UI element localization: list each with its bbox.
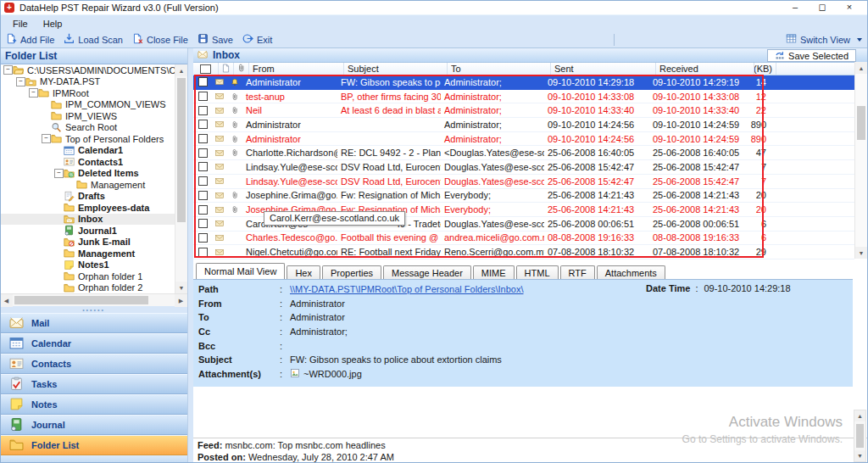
scrollbar-thumb[interactable] (857, 106, 865, 140)
mail-row[interactable]: Nigel.Chetcuti@go.com.mtRE: Football nex… (193, 245, 854, 259)
minimize-button[interactable]: – (782, 2, 809, 13)
tree-item-drafts[interactable]: Drafts (0, 191, 187, 203)
mail-list-vertical-scrollbar[interactable]: ▲ ▼ (854, 62, 867, 259)
row-checkbox[interactable] (193, 175, 212, 188)
tab-html[interactable]: HTML (516, 265, 559, 279)
row-checkbox[interactable] (193, 146, 212, 159)
column-header-sent[interactable]: Sent (551, 63, 656, 75)
mail-row[interactable]: Josephine.Grima@go.com.mtFw: Resignation… (193, 189, 854, 204)
switch-view-button[interactable]: Switch View (782, 32, 868, 47)
body-vertical-scrollbar[interactable]: ▲ ▼ (854, 410, 866, 462)
mail-row[interactable]: Lindsay.Yule@ese-scotland.c...DSV Road L… (193, 160, 854, 175)
tree-item-search-root[interactable]: Search Root (0, 122, 187, 134)
tree-collapse-icon[interactable] (16, 77, 25, 86)
mail-row[interactable]: Charles.Tedesco@go.com.mtFootball this e… (193, 232, 854, 246)
mail-row[interactable]: test-anupBP, other firms facing 300 la..… (193, 90, 854, 104)
mail-row[interactable]: AdministratorAdministrator;09-10-2010 14… (193, 118, 854, 132)
column-header-subject[interactable]: Subject (344, 63, 448, 75)
mail-row[interactable]: AdministratorFW: Gibson speaks to police… (193, 75, 854, 90)
maximize-button[interactable]: ◻ (809, 2, 836, 13)
scroll-up-icon[interactable]: ▲ (854, 410, 865, 421)
tab-rtf[interactable]: RTF (560, 265, 595, 279)
scroll-down-icon[interactable]: ▼ (855, 247, 867, 259)
tree-item-c-users-admin-documents-outlook-f[interactable]: C:\USERS\ADMIN\DOCUMENTS\OUTLOOK F (0, 64, 187, 76)
tree-item-ipm-views[interactable]: IPM_VIEWS (0, 110, 187, 122)
tree-item-top-of-personal-folders[interactable]: Top of Personal Folders (0, 133, 187, 145)
row-checkbox[interactable] (193, 103, 212, 117)
tab-mime[interactable]: MIME (473, 265, 515, 279)
menu-help[interactable]: Help (36, 17, 70, 31)
mail-row[interactable]: NeilAt least 6 dead in blast at Ch...Adm… (193, 103, 854, 118)
scrollbar-thumb[interactable] (177, 78, 186, 222)
nav-item-calendar[interactable]: Calendar (0, 333, 187, 354)
scroll-down-icon[interactable]: ▼ (175, 282, 187, 293)
row-checkbox[interactable] (193, 203, 212, 216)
tree-item-orphan-folder-2[interactable]: Orphan folder 2 (0, 282, 187, 294)
nav-item-contacts[interactable]: Contacts (0, 354, 187, 374)
tree-item-journal1[interactable]: Journal1 (0, 225, 187, 237)
column-header-to[interactable]: To (448, 63, 551, 75)
scroll-left-icon[interactable]: ◀ (0, 294, 13, 307)
save-button[interactable]: Save (194, 32, 239, 47)
close-file-button[interactable]: Close File (129, 32, 194, 47)
scroll-right-icon[interactable]: ▶ (175, 294, 187, 307)
tab-normal-mail-view[interactable]: Normal Mail View (196, 263, 285, 279)
row-checkbox[interactable] (193, 90, 212, 103)
select-all-checkbox[interactable] (193, 63, 219, 75)
row-checkbox[interactable] (193, 75, 212, 89)
row-checkbox[interactable] (193, 132, 212, 146)
message-type-column-header[interactable] (219, 63, 234, 75)
tab-message-header[interactable]: Message Header (383, 265, 471, 279)
row-checkbox[interactable] (193, 217, 212, 231)
tree-collapse-icon[interactable] (42, 134, 51, 143)
row-checkbox[interactable] (193, 118, 212, 131)
scrollbar-thumb[interactable] (14, 296, 148, 304)
close-button[interactable]: × (836, 2, 863, 13)
tree-item-deleted-items[interactable]: Deleted Items (0, 168, 187, 180)
save-selected-button[interactable]: Save Selected (767, 49, 856, 62)
tree-item-orphan-folder-1[interactable]: Orphan folder 1 (0, 271, 187, 282)
tree-collapse-icon[interactable] (29, 88, 38, 98)
tree-item-ipmroot[interactable]: IPMRoot (0, 87, 187, 99)
attachment-column-header[interactable] (234, 63, 249, 75)
tree-collapse-icon[interactable] (54, 169, 64, 178)
tree-item-ipm-common-views[interactable]: IPM_COMMON_VIEWS (0, 99, 187, 111)
tree-item-notes1[interactable]: Notes1 (0, 259, 187, 271)
row-checkbox[interactable] (193, 232, 212, 245)
nav-item-folder-list[interactable]: Folder List (0, 435, 187, 455)
tree-item-inbox[interactable]: Inbox (0, 214, 187, 226)
row-checkbox[interactable] (193, 245, 212, 259)
tree-item-junk-e-mail[interactable]: Junk E-mail (0, 237, 187, 248)
mail-row[interactable]: AdministratorAdministrator;09-10-2010 14… (193, 132, 854, 147)
column-header-from[interactable]: From (249, 63, 344, 75)
menu-file[interactable]: File (5, 17, 36, 31)
add-file-button[interactable]: Add File (3, 32, 60, 47)
scroll-down-icon[interactable]: ▼ (854, 450, 865, 461)
nav-item-notes[interactable]: Notes (0, 394, 187, 415)
tree-collapse-icon[interactable] (3, 65, 13, 75)
tree-item-management[interactable]: Management (0, 248, 187, 259)
scroll-up-icon[interactable]: ▲ (175, 64, 187, 76)
tab-properties[interactable]: Properties (322, 265, 381, 279)
tab-attachments[interactable]: Attachments (597, 265, 665, 279)
scrollbar-thumb[interactable] (856, 424, 864, 448)
tree-item-my-data-pst[interactable]: MY-DATA.PST (0, 76, 187, 88)
tree-item-management[interactable]: Management (0, 179, 187, 191)
row-checkbox[interactable] (193, 160, 212, 174)
tree-item-employees-data[interactable]: Employees-data (0, 202, 187, 214)
nav-item-tasks[interactable]: Tasks (0, 374, 187, 394)
tree-item-contacts1[interactable]: Contacts1 (0, 156, 187, 168)
tree-item-calendar1[interactable]: Calendar1 (0, 145, 187, 157)
path-link[interactable]: \\MY-DATA.PST\IPMRoot\Top of Personal Fo… (290, 284, 524, 294)
nav-item-journal[interactable]: Journal (0, 415, 187, 435)
load-scan-button[interactable]: Load Scan (60, 32, 129, 47)
folder-tree-horizontal-scrollbar[interactable]: ◀ ▶ (0, 293, 187, 306)
mail-row[interactable]: Charlotte.Richardson@dexio...RE: DCL 949… (193, 146, 854, 160)
row-checkbox[interactable] (193, 189, 212, 203)
column-header-received[interactable]: Received (656, 63, 754, 75)
nav-item-mail[interactable]: Mail (0, 313, 187, 333)
scroll-up-icon[interactable]: ▲ (855, 62, 867, 74)
exit-button[interactable]: Exit (239, 32, 278, 47)
tab-hex[interactable]: Hex (287, 265, 320, 279)
column-header-size-kb[interactable]: Size(KB) (754, 63, 776, 75)
